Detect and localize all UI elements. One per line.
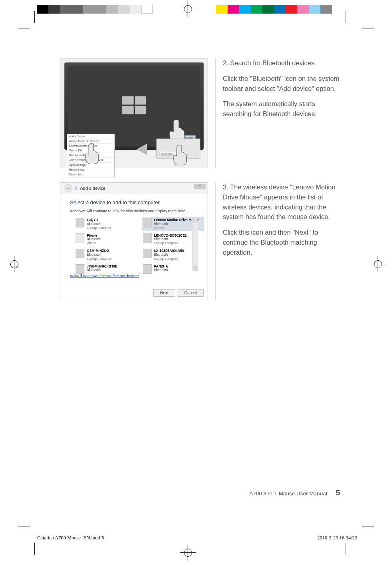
crop-mark xyxy=(362,28,374,40)
device-item: GSM-MINZUOBluetoothLaptop computer xyxy=(75,248,137,262)
crop-mark xyxy=(346,543,358,555)
step2-block: Bluetooth Devices Add a Device Allow a D… xyxy=(60,58,340,168)
registration-mark-left xyxy=(6,256,22,272)
step3-screenshot: ✕ ← ᛒ Add a device Select a device to ad… xyxy=(60,182,208,300)
step2-screenshot: Bluetooth Devices Add a Device Allow a D… xyxy=(60,58,208,168)
step3-block: ✕ ← ᛒ Add a device Select a device to ad… xyxy=(60,182,340,300)
next-button: Next xyxy=(153,289,175,297)
menu-item: Remove Icon xyxy=(67,167,114,172)
dialog-titlebar: ← ᛒ Add a device xyxy=(60,183,208,194)
page-number: 5 xyxy=(336,489,340,497)
step2-title: 2. Search for Bluetooth devices xyxy=(223,58,340,68)
step3-paragraph: Click this icon and then "Next" to conti… xyxy=(223,227,340,257)
device-list: LJQY-1BluetoothLaptop computer PhoneBlue… xyxy=(70,217,198,271)
pointing-hand-icon xyxy=(84,141,102,165)
bluetooth-icon: ᛒ xyxy=(75,186,78,191)
cmyk-bar xyxy=(216,5,332,14)
device-item: LJQY-1BluetoothLaptop computer xyxy=(75,217,137,231)
vertical-divider xyxy=(215,182,216,300)
back-button-icon: ← xyxy=(64,184,72,192)
dialog-heading: Select a device to add to this computer xyxy=(70,199,198,205)
menu-customize: Customize... xyxy=(67,172,114,177)
device-item: JINGMU-9614B39BBluetooth xyxy=(75,263,137,275)
crop-mark xyxy=(34,543,46,555)
laptop-icon xyxy=(143,233,152,243)
dialog-subtext: Windows will continue to look for new de… xyxy=(70,209,198,213)
indd-filename: Catalina A700 Mouse_EN.indd 5 xyxy=(37,535,104,541)
laptop-icon xyxy=(76,249,84,258)
pointing-hand-icon xyxy=(172,143,190,165)
menu-item: Add a Device xyxy=(67,134,114,139)
vertical-divider xyxy=(215,58,216,168)
step2-paragraph: The system automatically starts searchin… xyxy=(223,99,340,119)
footer-print-info: Catalina A700 Mouse_EN.indd 5 2010-3-29 … xyxy=(37,535,357,541)
grayscale-bar xyxy=(37,5,153,14)
device-item: PhoneBluetoothPhone xyxy=(75,233,137,247)
laptop-icon xyxy=(143,264,152,274)
scrollbar xyxy=(192,217,198,271)
phone-icon xyxy=(76,233,84,243)
arrow-left-icon xyxy=(136,144,147,155)
crop-mark xyxy=(18,527,30,539)
cancel-button: Cancel xyxy=(178,289,204,297)
crop-mark xyxy=(362,527,374,539)
crop-mark xyxy=(34,11,46,23)
footer-manual-line: A700 3-in-1 Mouse User Manual 5 xyxy=(60,489,340,497)
manual-title: A700 3-in-1 Mouse User Manual xyxy=(249,491,327,497)
laptop-icon xyxy=(76,264,84,274)
crop-mark xyxy=(18,28,30,40)
page-content: Bluetooth Devices Add a Device Allow a D… xyxy=(60,58,340,314)
laptop-icon xyxy=(76,218,84,227)
windows-logo-icon xyxy=(122,96,146,114)
registration-mark-top xyxy=(180,1,196,17)
window-close-icon: ✕ xyxy=(194,184,206,189)
dialog-title: Add a device xyxy=(80,186,106,191)
step3-description: 3. The wireless device "Lenovo Motion Dr… xyxy=(223,182,340,300)
indd-timestamp: 2010-3-29 16:34:23 xyxy=(317,535,357,541)
registration-mark-right xyxy=(370,256,386,272)
step3-paragraph: 3. The wireless device "Lenovo Motion Dr… xyxy=(223,182,340,222)
crop-mark xyxy=(346,11,358,23)
step2-description: 2. Search for Bluetooth devices Click th… xyxy=(223,58,340,168)
step2-paragraph: Click the "Bluetooth" icon on the system… xyxy=(223,74,340,94)
laptop-icon xyxy=(143,249,152,258)
registration-mark-bottom xyxy=(180,545,196,561)
printer-color-bars xyxy=(0,5,392,14)
mouse-icon xyxy=(143,218,152,227)
